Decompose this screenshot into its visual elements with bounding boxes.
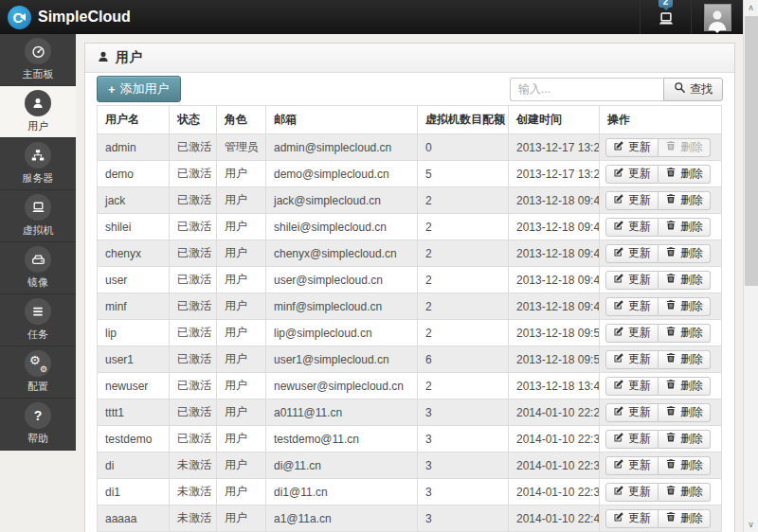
top-navbar: C SimpleCloud 2 <box>0 0 743 34</box>
delete-button[interactable]: 删除 <box>659 191 711 210</box>
delete-button[interactable]: 删除 <box>659 165 711 184</box>
update-button[interactable]: 更新 <box>605 324 659 343</box>
update-button[interactable]: 更新 <box>605 271 659 290</box>
add-user-button[interactable]: + 添加用户 <box>97 76 181 102</box>
vm-status-button[interactable]: 2 <box>640 0 691 34</box>
cell-actions: 更新删除 <box>600 267 722 293</box>
update-button[interactable]: 更新 <box>605 430 659 449</box>
row-action-group: 更新删除 <box>605 165 711 184</box>
delete-button[interactable]: 删除 <box>659 324 711 343</box>
trash-icon <box>665 167 677 181</box>
delete-button[interactable]: 删除 <box>659 244 711 263</box>
search-group: 查找 <box>510 78 723 101</box>
users-panel: 用户 + 添加用户 查找 <box>84 43 735 532</box>
scroll-down-button[interactable]: ∨ <box>744 517 758 532</box>
update-button[interactable]: 更新 <box>605 456 659 475</box>
row-action-group: 更新删除 <box>605 350 711 369</box>
help-icon: ? <box>25 402 51 429</box>
row-action-group: 更新删除 <box>605 483 711 502</box>
users-table: 用户名状态角色邮箱虚拟机数目配额创建时间操作 admin已激活管理员admin@… <box>97 105 722 532</box>
update-button[interactable]: 更新 <box>605 377 659 396</box>
update-button[interactable]: 更新 <box>605 297 659 316</box>
trash-icon <box>665 193 677 207</box>
cell-role: 用户 <box>217 161 266 187</box>
delete-button[interactable]: 删除 <box>659 509 711 528</box>
update-button[interactable]: 更新 <box>605 165 659 184</box>
cell-status: 已激活 <box>170 293 217 320</box>
user-menu-button[interactable] <box>691 0 743 34</box>
table-row: di未激活用户di@11.cn32014-01-10 22:35更新删除 <box>98 452 722 479</box>
column-header-actions: 操作 <box>600 106 722 134</box>
monitor-icon <box>657 11 676 31</box>
cell-actions: 更新删除 <box>600 320 722 346</box>
cell-username: aaaaa <box>98 505 170 532</box>
row-action-group: 更新删除 <box>605 456 711 475</box>
table-row: shilei已激活用户shilei@simplecloud.cn22013-12… <box>98 214 722 240</box>
sidebar-item-tasks[interactable]: 任务 <box>0 294 76 346</box>
cell-role: 用户 <box>217 373 266 399</box>
update-button[interactable]: 更新 <box>605 218 659 237</box>
cell-status: 未激活 <box>170 479 217 505</box>
edit-icon <box>613 220 624 234</box>
scroll-up-button[interactable]: ∧ <box>744 0 758 15</box>
delete-button[interactable]: 删除 <box>659 271 711 290</box>
plus-icon: + <box>108 82 116 97</box>
update-button[interactable]: 更新 <box>605 191 659 210</box>
table-row: user1已激活用户user1@simplecloud.cn62013-12-1… <box>98 346 722 373</box>
table-row: jack已激活用户jack@simplecloud.cn22013-12-18 … <box>98 187 722 214</box>
dashboard-icon <box>25 38 51 64</box>
table-header-row: 用户名状态角色邮箱虚拟机数目配额创建时间操作 <box>98 106 722 134</box>
search-button[interactable]: 查找 <box>663 78 723 101</box>
table-row: user已激活用户user@simplecloud.cn22013-12-18 … <box>98 267 722 293</box>
scrollbar[interactable]: ∧ ∨ <box>743 0 758 532</box>
cell-created: 2013-12-18 09:50 <box>509 320 600 346</box>
sidebar-item-images[interactable]: 镜像 <box>0 242 76 294</box>
update-button[interactable]: 更新 <box>605 509 659 528</box>
cell-email: testdemo@11.cn <box>266 426 418 452</box>
sidebar-item-servers[interactable]: 服务器 <box>0 138 76 190</box>
brand-name: SimpleCloud <box>38 9 131 26</box>
cell-actions: 更新删除 <box>600 426 722 452</box>
cell-role: 用户 <box>217 505 266 532</box>
sidebar-item-help[interactable]: ?帮助 <box>0 399 76 451</box>
cell-role: 管理员 <box>217 134 266 161</box>
search-input[interactable] <box>510 78 663 101</box>
navbar-right: 2 <box>640 0 743 34</box>
row-action-group: 更新删除 <box>605 218 711 237</box>
vm-icon <box>25 194 51 221</box>
update-button[interactable]: 更新 <box>605 350 659 369</box>
cell-username: testdemo <box>98 426 170 452</box>
update-button[interactable]: 更新 <box>605 483 659 502</box>
delete-button[interactable]: 删除 <box>659 350 711 369</box>
sidebar-item-vm[interactable]: 虚拟机 <box>0 190 76 242</box>
cell-username: newuser <box>98 373 170 399</box>
delete-button[interactable]: 删除 <box>659 297 711 316</box>
brand[interactable]: C SimpleCloud <box>0 6 131 29</box>
cell-username: user <box>98 267 170 293</box>
delete-button[interactable]: 删除 <box>659 430 711 449</box>
update-button[interactable]: 更新 <box>605 244 659 263</box>
cell-quota: 2 <box>418 187 509 214</box>
trash-icon <box>665 220 677 234</box>
cell-email: demo@simplecloud.cn <box>266 161 418 187</box>
sidebar-item-dashboard[interactable]: 主面板 <box>0 34 76 86</box>
scroll-thumb[interactable] <box>745 16 758 286</box>
cell-quota: 2 <box>418 267 509 293</box>
cell-status: 已激活 <box>170 320 217 346</box>
update-button[interactable]: 更新 <box>605 138 659 157</box>
delete-button[interactable]: 删除 <box>659 377 711 396</box>
cell-email: di@11.cn <box>266 452 418 479</box>
config-icon: ⚙⚙ <box>25 350 51 377</box>
sidebar-item-config[interactable]: ⚙⚙配置 <box>0 346 76 399</box>
delete-button[interactable]: 删除 <box>659 403 711 422</box>
sidebar-item-users[interactable]: 用户 <box>0 86 76 138</box>
cell-username: chenyx <box>98 240 170 267</box>
cell-created: 2014-01-10 22:31 <box>509 426 600 452</box>
update-button[interactable]: 更新 <box>605 403 659 422</box>
delete-button[interactable]: 删除 <box>659 483 711 502</box>
delete-button[interactable]: 删除 <box>659 138 711 157</box>
delete-button[interactable]: 删除 <box>659 218 711 237</box>
delete-button[interactable]: 删除 <box>659 456 711 475</box>
cell-quota: 2 <box>418 293 509 320</box>
edit-icon <box>613 299 624 313</box>
